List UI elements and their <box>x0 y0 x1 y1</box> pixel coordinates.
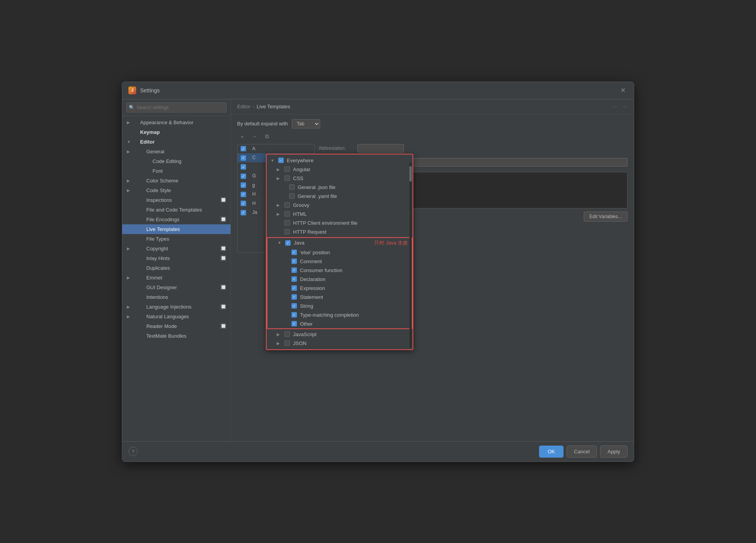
dropdown-item-html[interactable]: ▶ HTML <box>267 210 413 219</box>
abbrev-label: Abbreviation: <box>319 146 354 151</box>
by-default-select[interactable]: Tab Enter Space <box>292 119 320 128</box>
sidebar-item-emmet[interactable]: ▶ Emmet <box>122 273 231 283</box>
dropdown-item-java-declaration[interactable]: ✓ Declaration <box>267 275 412 284</box>
dropdown-item-http-client-env[interactable]: HTTP Client environment file <box>267 219 413 227</box>
sidebar-item-duplicates[interactable]: Duplicates <box>122 263 231 273</box>
nav-back-icon[interactable]: ← <box>612 103 618 110</box>
sidebar-item-label: Live Templates <box>146 226 180 232</box>
dropdown-item-java-other[interactable]: ✓ Other <box>267 319 412 328</box>
dropdown-item-java-string[interactable]: ✓ String <box>267 302 412 311</box>
help-button[interactable]: ? <box>128 447 138 456</box>
sidebar-item-font[interactable]: Font <box>122 166 231 176</box>
checkbox-checked[interactable]: ✓ <box>241 164 246 170</box>
sidebar-item-copyright[interactable]: ▶ Copyright ⬜ <box>122 244 231 253</box>
dd-checkbox-java-expression[interactable]: ✓ <box>291 285 297 291</box>
cancel-button[interactable]: Cancel <box>567 446 597 458</box>
dd-checkbox-general-yaml[interactable] <box>289 193 295 199</box>
add-template-button[interactable]: + <box>237 132 247 141</box>
sidebar-item-natural-languages[interactable]: ▶ Natural Languages <box>122 312 231 321</box>
dd-checkbox-java[interactable]: ✓ <box>285 240 291 246</box>
table-row[interactable]: ✓ A <box>238 144 314 153</box>
dropdown-item-java-consumer[interactable]: ✓ Consumer function <box>267 266 412 275</box>
sidebar-item-file-encodings[interactable]: File Encodings ⬜ <box>122 215 231 224</box>
sidebar-item-inspections[interactable]: Inspections ⬜ <box>122 195 231 205</box>
ok-button[interactable]: OK <box>539 446 564 458</box>
dd-checkbox-css[interactable] <box>284 175 290 181</box>
sidebar-item-appearance[interactable]: ▶ Appearance & Behavior <box>122 118 231 127</box>
apply-button[interactable]: Apply <box>600 446 628 458</box>
abbreviation-input[interactable] <box>357 144 404 153</box>
dd-checkbox-http-request[interactable] <box>284 229 290 234</box>
checkbox-checked[interactable]: ✓ <box>241 210 246 215</box>
copy-template-button[interactable]: ⧉ <box>262 132 272 141</box>
sidebar-item-label: Language Injections <box>146 304 191 310</box>
dd-checkbox-groovy[interactable] <box>284 202 290 208</box>
search-bar: 🔍 <box>122 99 231 116</box>
dd-label-java-type-matching: Type-matching completion <box>300 312 359 318</box>
dd-checkbox-everywhere[interactable]: − <box>278 158 284 163</box>
edit-variables-button[interactable]: Edit Variables... <box>584 212 628 222</box>
chevron-right-icon: ▶ <box>127 120 132 125</box>
dd-checkbox-java-statement[interactable]: ✓ <box>291 294 297 300</box>
dd-checkbox-json[interactable] <box>284 340 290 346</box>
dropdown-item-java-comment[interactable]: ✓ Comment <box>267 257 412 266</box>
scrollbar-thumb[interactable] <box>409 166 412 182</box>
checkbox-checked[interactable]: ✓ <box>241 201 246 206</box>
search-input[interactable] <box>126 102 227 113</box>
sidebar-item-color-scheme[interactable]: ▶ Color Scheme <box>122 176 231 186</box>
checkbox-checked[interactable]: ✓ <box>241 155 246 161</box>
dialog-title: Settings <box>140 87 618 94</box>
dd-checkbox-java-else[interactable]: ✓ <box>291 250 297 255</box>
dropdown-item-java-statement[interactable]: ✓ Statement <box>267 293 412 302</box>
dd-checkbox-java-other[interactable]: ✓ <box>291 321 297 326</box>
scrollbar-track[interactable] <box>409 162 412 348</box>
dropdown-item-groovy[interactable]: ▶ Groovy <box>267 201 413 210</box>
sidebar-item-intentions[interactable]: Intentions <box>122 292 231 302</box>
sidebar-item-language-injections[interactable]: ▶ Language Injections ⬜ <box>122 302 231 312</box>
checkbox-checked[interactable]: ✓ <box>241 192 246 197</box>
dropdown-item-angular[interactable]: ▶ Angular <box>267 165 413 174</box>
dd-checkbox-http-client-env[interactable] <box>284 220 290 226</box>
sidebar-item-file-types[interactable]: File Types <box>122 234 231 244</box>
dd-checkbox-java-string[interactable]: ✓ <box>291 303 297 309</box>
dropdown-item-http-request[interactable]: HTTP Request <box>267 227 413 236</box>
dropdown-item-css[interactable]: ▶ CSS <box>267 174 413 183</box>
sidebar-item-gui-designer[interactable]: GUI Designer ⬜ <box>122 283 231 292</box>
nav-forward-icon[interactable]: → <box>621 103 628 110</box>
sidebar-item-label: Code Editing <box>153 158 181 164</box>
badge-icon: ⬜ <box>220 197 226 203</box>
dd-checkbox-java-declaration[interactable]: ✓ <box>291 276 297 282</box>
sidebar-item-code-style[interactable]: ▶ Code Style <box>122 186 231 195</box>
close-button[interactable]: ✕ <box>618 86 628 95</box>
dd-checkbox-general-json[interactable] <box>289 184 295 190</box>
checkbox-checked[interactable]: ✓ <box>241 182 246 188</box>
sidebar-item-label: Inspections <box>146 197 172 203</box>
dropdown-item-java[interactable]: ▼ ✓ Java 只对 Java 生效 <box>267 238 412 248</box>
dd-checkbox-html[interactable] <box>284 211 290 217</box>
dropdown-item-javascript[interactable]: ▶ JavaScript <box>267 330 413 339</box>
remove-template-button[interactable]: − <box>250 132 260 141</box>
sidebar-item-live-templates[interactable]: Live Templates <box>122 224 231 234</box>
sidebar-item-textmate-bundles[interactable]: TextMate Bundles <box>122 331 231 341</box>
dropdown-item-general-yaml[interactable]: General .yaml file <box>267 192 413 201</box>
dd-checkbox-angular[interactable] <box>284 167 290 172</box>
sidebar-item-reader-mode[interactable]: Reader Mode ⬜ <box>122 321 231 331</box>
sidebar-item-code-editing[interactable]: Code Editing <box>122 156 231 166</box>
dd-checkbox-javascript[interactable] <box>284 331 290 337</box>
dd-checkbox-java-consumer[interactable]: ✓ <box>291 267 297 273</box>
dd-checkbox-java-type-matching[interactable]: ✓ <box>291 312 297 317</box>
checkbox-checked[interactable]: ✓ <box>241 146 246 151</box>
sidebar-item-keymap[interactable]: Keymap <box>122 127 231 137</box>
sidebar-item-editor[interactable]: ▼ Editor <box>122 137 231 147</box>
dropdown-item-general-json[interactable]: General .json file <box>267 183 413 192</box>
sidebar-item-file-code-templates[interactable]: File and Code Templates <box>122 205 231 215</box>
dd-checkbox-java-comment[interactable]: ✓ <box>291 258 297 264</box>
sidebar-item-general[interactable]: ▶ General <box>122 147 231 156</box>
dropdown-item-java-else[interactable]: ✓ 'else' position <box>267 248 412 257</box>
dropdown-item-json[interactable]: ▶ JSON <box>267 339 413 348</box>
dropdown-item-java-type-matching[interactable]: ✓ Type-matching completion <box>267 311 412 319</box>
dropdown-item-java-expression[interactable]: ✓ Expression <box>267 284 412 293</box>
dropdown-item-everywhere[interactable]: ▼ − Everywhere <box>267 156 413 165</box>
checkbox-checked[interactable]: ✓ <box>241 173 246 179</box>
sidebar-item-inlay-hints[interactable]: Inlay Hints ⬜ <box>122 253 231 263</box>
